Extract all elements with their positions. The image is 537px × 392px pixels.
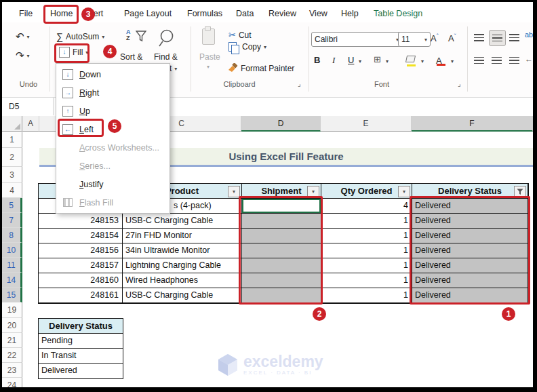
row-header-11[interactable]: 11	[2, 258, 22, 273]
row-header-2[interactable]: 2	[2, 148, 22, 167]
tab-page-layout[interactable]: Page Layout	[124, 7, 172, 20]
align-center-button[interactable]	[489, 53, 504, 68]
status-table-cell[interactable]: In Transit	[39, 349, 123, 364]
row-header-21[interactable]: 21	[2, 333, 22, 348]
column-header-d[interactable]: D	[241, 116, 321, 132]
header-qty-cell[interactable]: Qty Ordered ▾	[321, 184, 412, 199]
status-table-cell[interactable]: Pending	[39, 334, 123, 349]
row-header-14[interactable]: 14	[2, 273, 22, 288]
format-painter-button[interactable]: Format Painter	[227, 63, 294, 73]
font-dialog-launcher-icon[interactable]: ⌟	[458, 80, 461, 87]
status-cell[interactable]: Delivered	[412, 258, 528, 273]
row-header-8[interactable]: 8	[2, 228, 22, 243]
status-cell[interactable]: Delivered	[412, 273, 528, 288]
shipment-cell[interactable]	[242, 288, 321, 303]
status-table-header[interactable]: Delivery Status	[39, 319, 123, 334]
row-header-1[interactable]: 1	[2, 132, 22, 148]
name-box[interactable]: D5	[2, 98, 54, 115]
product-cell[interactable]: 34in Ultrawide Monitor	[123, 243, 242, 258]
id-cell[interactable]: 248154	[39, 229, 123, 243]
product-cell[interactable]: 27in FHD Monitor	[123, 229, 242, 243]
qty-cell[interactable]: 1	[321, 273, 412, 288]
id-cell[interactable]: 248160	[39, 273, 123, 288]
italic-button[interactable]: I	[332, 55, 335, 66]
tab-review[interactable]: Review	[268, 7, 296, 20]
product-cell[interactable]: Wired Headphones	[123, 273, 242, 288]
column-header-f[interactable]: F	[412, 116, 533, 132]
status-cell[interactable]: Delivered	[412, 243, 528, 258]
clipboard-dialog-launcher-icon[interactable]: ⌟	[298, 80, 301, 87]
row-header-19[interactable]: 19	[2, 302, 22, 318]
product-filter-dropdown[interactable]: ▾	[228, 186, 240, 197]
cut-button[interactable]: ✂ Cut	[228, 30, 252, 40]
row-header-5[interactable]: 5	[2, 198, 22, 213]
find-select-label[interactable]: Find &	[154, 52, 178, 62]
row-header-24[interactable]: 24	[2, 378, 22, 387]
tab-data[interactable]: Data	[236, 7, 254, 20]
row-header-23[interactable]: 23	[2, 363, 22, 378]
menu-item-justify[interactable]: Justify	[56, 175, 170, 193]
row-header-22[interactable]: 22	[2, 348, 22, 363]
product-cell[interactable]: USB-C Charging Cable	[123, 214, 242, 229]
id-cell[interactable]: 248153	[39, 214, 123, 229]
shipment-cell[interactable]	[242, 258, 321, 273]
shipment-cell[interactable]	[242, 214, 321, 229]
product-cell[interactable]: USB-C Charging Cable	[123, 288, 242, 303]
select-all-corner[interactable]	[2, 116, 22, 132]
column-header-e[interactable]: E	[321, 116, 412, 132]
sort-filter-icon[interactable]: A Z	[126, 29, 131, 41]
row-header-7[interactable]: 7	[2, 213, 22, 228]
qty-cell[interactable]: 1	[321, 229, 412, 243]
menu-item-up[interactable]: ↑ Up	[56, 102, 170, 120]
status-cell[interactable]: Delivered	[412, 288, 528, 303]
bold-button[interactable]: B	[314, 55, 320, 65]
row-header-4[interactable]: 4	[2, 183, 22, 198]
tab-file[interactable]: File	[19, 7, 33, 20]
shipment-cell[interactable]	[242, 273, 321, 288]
shipment-cell-active[interactable]	[242, 199, 321, 214]
shipment-cell[interactable]	[242, 243, 321, 258]
borders-button[interactable]: ⊞	[374, 54, 381, 64]
column-header-a[interactable]: A	[22, 116, 39, 132]
header-shipment-cell[interactable]: Shipment ▾	[242, 184, 321, 199]
undo-button[interactable]: ↶ ▾	[16, 31, 30, 43]
tab-home[interactable]: Home	[50, 7, 73, 20]
align-left-button[interactable]	[471, 53, 487, 68]
id-cell[interactable]: 248156	[39, 243, 123, 258]
decrease-indent-icon[interactable]: ←	[525, 54, 533, 64]
chevron-down-icon[interactable]: ▾	[451, 58, 454, 64]
menu-item-down[interactable]: ↓ Down	[56, 65, 170, 83]
id-cell[interactable]: 248157	[39, 258, 123, 273]
tab-table-design[interactable]: Table Design	[374, 7, 422, 20]
shipment-filter-dropdown[interactable]: ▾	[307, 186, 319, 197]
decrease-font-size-button[interactable]: Aˇ	[448, 33, 456, 43]
qty-cell[interactable]: 1	[321, 258, 412, 273]
status-cell[interactable]: Delivered	[412, 199, 528, 214]
font-name-select[interactable]: Calibri ▾	[311, 32, 402, 47]
qty-cell[interactable]: 1	[321, 214, 412, 229]
qty-filter-dropdown[interactable]: ▾	[398, 186, 410, 197]
copy-button[interactable]: Copy ▾	[228, 42, 266, 52]
redo-button[interactable]: ↷ ▾	[16, 50, 30, 62]
chevron-down-icon[interactable]: ▾	[386, 58, 389, 64]
row-header-3[interactable]: 3	[2, 167, 22, 183]
qty-cell[interactable]: 1	[321, 288, 412, 303]
shipment-cell[interactable]	[242, 229, 321, 243]
align-right-button[interactable]	[506, 53, 522, 68]
align-middle-button[interactable]	[489, 30, 506, 46]
wrap-text-icon[interactable]: ab	[525, 31, 533, 39]
underline-button[interactable]: U	[348, 55, 354, 65]
chevron-down-icon[interactable]: ▾	[421, 58, 424, 64]
qty-cell[interactable]: 4	[321, 199, 412, 214]
fill-color-button[interactable]	[406, 56, 416, 66]
autosum-button[interactable]: ∑ AutoSum ▾	[56, 31, 104, 42]
id-cell[interactable]: 248161	[39, 288, 123, 303]
font-color-button[interactable]: A	[436, 54, 446, 66]
status-cell[interactable]: Delivered	[412, 229, 528, 243]
tab-view[interactable]: View	[309, 7, 327, 20]
tab-help[interactable]: Help	[341, 7, 359, 20]
status-cell[interactable]: Delivered	[412, 214, 528, 229]
fill-button[interactable]: ↓ Fill ▾	[59, 47, 88, 58]
sort-filter-label[interactable]: Sort &	[120, 52, 142, 62]
row-header-10[interactable]: 10	[2, 243, 22, 258]
